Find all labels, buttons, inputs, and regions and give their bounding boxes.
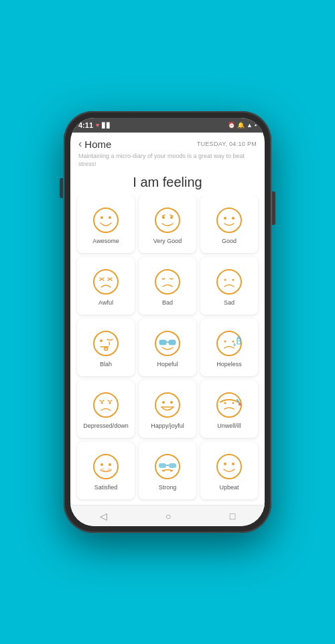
- back-nav[interactable]: ‹ Home: [78, 138, 111, 150]
- svg-point-19: [232, 278, 234, 280]
- svg-point-48: [94, 455, 118, 479]
- svg-point-30: [224, 340, 226, 342]
- mood-label-blah: Blah: [100, 361, 112, 368]
- satisfied-emoji: [91, 452, 121, 481]
- mood-label-strong: Strong: [159, 484, 177, 491]
- mood-card-awful[interactable]: Awful: [77, 257, 135, 315]
- svg-point-21: [100, 339, 103, 342]
- mood-card-happy[interactable]: Happy/joyful: [139, 380, 196, 438]
- svg-point-2: [109, 216, 111, 219]
- awesome-emoji: [91, 206, 121, 235]
- svg-point-10: [232, 217, 234, 220]
- status-bar: 4:11 ♥ ▊▊ ⏰ 🔔 ▲ ▪: [70, 118, 265, 133]
- mood-card-unwell[interactable]: Unwell/ill: [200, 380, 258, 438]
- mood-card-upbeat[interactable]: Upbeat: [200, 442, 258, 499]
- svg-point-49: [100, 463, 103, 466]
- svg-rect-54: [159, 463, 166, 468]
- svg-point-5: [170, 216, 173, 219]
- svg-point-47: [239, 403, 241, 406]
- mood-card-hopeful[interactable]: Hopeful: [139, 319, 196, 376]
- mood-label-awful: Awful: [98, 299, 113, 307]
- svg-point-31: [232, 340, 234, 342]
- nav-bar: ◁ ○ □: [70, 505, 265, 526]
- svg-point-4: [162, 216, 165, 219]
- strong-emoji: [153, 452, 182, 481]
- svg-rect-55: [169, 463, 176, 468]
- header-date: TUESDAY, 04:10 PM: [197, 141, 257, 147]
- svg-point-45: [232, 402, 234, 404]
- svg-point-41: [170, 401, 173, 404]
- mood-label-hopeful: Hopeful: [157, 361, 178, 368]
- mood-card-satisfied[interactable]: Satisfied: [77, 442, 135, 499]
- back-arrow-icon[interactable]: ‹: [78, 138, 82, 150]
- battery-icon: ▪: [255, 122, 257, 129]
- awful-emoji: [91, 267, 121, 297]
- svg-point-38: [109, 402, 111, 404]
- svg-point-44: [224, 402, 226, 404]
- svg-point-36: [94, 393, 118, 417]
- status-heart: ♥: [96, 122, 99, 129]
- mood-card-blah[interactable]: Blah: [77, 319, 135, 376]
- screen: 4:11 ♥ ▊▊ ⏰ 🔔 ▲ ▪ ‹ Home TUESDAY, 04:10 …: [70, 118, 265, 526]
- blah-emoji: [91, 329, 121, 358]
- upbeat-emoji: [214, 452, 244, 481]
- mood-card-strong[interactable]: Strong: [139, 442, 196, 499]
- nav-home-button[interactable]: ○: [165, 511, 171, 521]
- svg-point-58: [224, 463, 226, 465]
- mood-label-awesome: Awesome: [92, 238, 119, 245]
- header: ‹ Home TUESDAY, 04:10 PM: [70, 133, 265, 153]
- mood-label-unwell: Unwell/ill: [217, 422, 241, 430]
- status-bars: ▊▊: [102, 123, 111, 129]
- very-good-emoji: [153, 206, 182, 235]
- mood-grid: Awesome Very Good: [70, 195, 265, 505]
- happy-emoji: [153, 390, 182, 420]
- svg-rect-27: [169, 340, 176, 345]
- mood-label-good: Good: [222, 238, 237, 245]
- svg-point-52: [107, 468, 111, 472]
- mood-card-sad[interactable]: Sad: [200, 257, 258, 315]
- status-time: 4:11: [78, 121, 93, 129]
- hopeful-emoji: [153, 329, 182, 358]
- good-emoji: [214, 206, 244, 235]
- nav-recent-button[interactable]: □: [230, 511, 235, 521]
- svg-point-0: [94, 208, 118, 232]
- svg-point-40: [162, 401, 165, 404]
- mood-card-awesome[interactable]: Awesome: [77, 195, 135, 253]
- svg-point-57: [217, 455, 241, 479]
- mood-label-depressed: Depressed/down: [83, 422, 129, 430]
- mood-card-good[interactable]: Good: [200, 195, 258, 253]
- mood-label-very-good: Very Good: [153, 238, 182, 245]
- nav-back-button[interactable]: ◁: [100, 511, 107, 521]
- svg-point-32: [234, 343, 236, 346]
- status-left: 4:11 ♥ ▊▊: [78, 121, 111, 129]
- svg-point-50: [109, 463, 111, 466]
- unwell-emoji: [214, 390, 244, 420]
- hopeless-emoji: [214, 329, 244, 358]
- mood-label-happy: Happy/joyful: [151, 422, 184, 430]
- svg-point-16: [155, 270, 180, 294]
- mood-label-sad: Sad: [224, 299, 234, 307]
- svg-point-17: [217, 270, 241, 294]
- mood-card-very-good[interactable]: Very Good: [139, 195, 196, 253]
- svg-point-59: [232, 463, 234, 465]
- mood-label-upbeat: Upbeat: [219, 484, 239, 491]
- mood-card-depressed[interactable]: Depressed/down: [77, 380, 135, 438]
- main-title: I am feeling: [70, 172, 265, 195]
- status-right: ⏰ 🔔 ▲ ▪: [228, 122, 257, 129]
- mood-card-hopeless[interactable]: Hopeless: [200, 319, 258, 376]
- svg-point-51: [100, 468, 105, 472]
- svg-point-20: [94, 331, 118, 355]
- mood-label-satisfied: Satisfied: [94, 484, 118, 491]
- mood-card-bad[interactable]: Bad: [139, 257, 196, 315]
- svg-point-18: [224, 278, 226, 280]
- svg-point-9: [224, 217, 226, 220]
- mood-label-bad: Bad: [162, 299, 173, 307]
- svg-rect-26: [159, 340, 166, 345]
- svg-point-37: [101, 402, 103, 404]
- mood-label-hopeless: Hopeless: [216, 361, 242, 368]
- bad-emoji: [153, 267, 182, 297]
- phone-inner: 4:11 ♥ ▊▊ ⏰ 🔔 ▲ ▪ ‹ Home TUESDAY, 04:10 …: [70, 118, 265, 526]
- svg-point-43: [217, 393, 241, 417]
- page-title: Home: [84, 139, 111, 150]
- svg-point-39: [155, 393, 180, 417]
